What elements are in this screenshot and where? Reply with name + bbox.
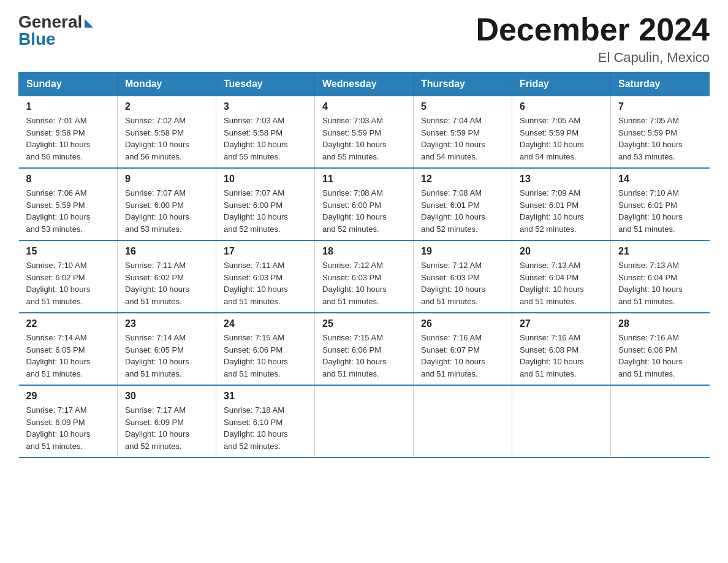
calendar-cell: 7 Sunrise: 7:05 AM Sunset: 5:59 PM Dayli…: [611, 96, 710, 169]
day-number: 27: [520, 318, 603, 329]
day-info: Sunrise: 7:13 AM Sunset: 6:04 PM Dayligh…: [618, 259, 702, 307]
day-info: Sunrise: 7:15 AM Sunset: 6:06 PM Dayligh…: [224, 332, 307, 380]
day-info: Sunrise: 7:07 AM Sunset: 6:00 PM Dayligh…: [224, 187, 307, 235]
day-info: Sunrise: 7:03 AM Sunset: 5:59 PM Dayligh…: [322, 115, 406, 163]
header-friday: Friday: [512, 72, 611, 96]
day-info: Sunrise: 7:18 AM Sunset: 6:10 PM Dayligh…: [224, 404, 307, 452]
calendar-header: SundayMondayTuesdayWednesdayThursdayFrid…: [19, 72, 710, 96]
day-number: 2: [125, 101, 208, 112]
day-number: 9: [125, 174, 208, 185]
day-number: 8: [26, 174, 110, 185]
day-number: 13: [520, 174, 603, 185]
day-number: 23: [125, 318, 208, 329]
day-info: Sunrise: 7:02 AM Sunset: 5:58 PM Dayligh…: [125, 115, 208, 163]
calendar-cell: 23 Sunrise: 7:14 AM Sunset: 6:05 PM Dayl…: [118, 313, 216, 385]
day-info: Sunrise: 7:11 AM Sunset: 6:03 PM Dayligh…: [224, 259, 307, 307]
day-number: 12: [421, 174, 504, 185]
calendar-cell: 2 Sunrise: 7:02 AM Sunset: 5:58 PM Dayli…: [118, 96, 216, 169]
calendar-cell: [414, 385, 512, 458]
week-row-5: 29 Sunrise: 7:17 AM Sunset: 6:09 PM Dayl…: [19, 385, 710, 458]
day-info: Sunrise: 7:01 AM Sunset: 5:58 PM Dayligh…: [26, 115, 110, 163]
day-info: Sunrise: 7:16 AM Sunset: 6:07 PM Dayligh…: [421, 332, 504, 380]
calendar-cell: 3 Sunrise: 7:03 AM Sunset: 5:58 PM Dayli…: [216, 96, 315, 169]
day-info: Sunrise: 7:04 AM Sunset: 5:59 PM Dayligh…: [421, 115, 504, 163]
day-number: 3: [224, 101, 307, 112]
day-info: Sunrise: 7:08 AM Sunset: 6:01 PM Dayligh…: [421, 187, 504, 235]
day-info: Sunrise: 7:05 AM Sunset: 5:59 PM Dayligh…: [520, 115, 603, 163]
calendar-cell: 8 Sunrise: 7:06 AM Sunset: 5:59 PM Dayli…: [19, 168, 118, 240]
day-info: Sunrise: 7:12 AM Sunset: 6:03 PM Dayligh…: [322, 259, 406, 307]
calendar-cell: 21 Sunrise: 7:13 AM Sunset: 6:04 PM Dayl…: [611, 240, 710, 313]
day-info: Sunrise: 7:14 AM Sunset: 6:05 PM Dayligh…: [26, 332, 110, 380]
day-number: 7: [618, 101, 702, 112]
calendar-cell: 16 Sunrise: 7:11 AM Sunset: 6:02 PM Dayl…: [118, 240, 216, 313]
calendar-body: 1 Sunrise: 7:01 AM Sunset: 5:58 PM Dayli…: [19, 96, 710, 458]
calendar-cell: 9 Sunrise: 7:07 AM Sunset: 6:00 PM Dayli…: [118, 168, 216, 240]
day-number: 20: [520, 246, 603, 257]
header-saturday: Saturday: [611, 72, 710, 96]
day-number: 24: [224, 318, 307, 329]
day-info: Sunrise: 7:16 AM Sunset: 6:08 PM Dayligh…: [618, 332, 702, 380]
calendar-cell: 26 Sunrise: 7:16 AM Sunset: 6:07 PM Dayl…: [414, 313, 512, 385]
logo-arrow-icon: [85, 19, 93, 28]
day-info: Sunrise: 7:17 AM Sunset: 6:09 PM Dayligh…: [125, 404, 208, 452]
day-info: Sunrise: 7:14 AM Sunset: 6:05 PM Dayligh…: [125, 332, 208, 380]
day-number: 10: [224, 174, 307, 185]
calendar-cell: [315, 385, 414, 458]
day-info: Sunrise: 7:08 AM Sunset: 6:00 PM Dayligh…: [322, 187, 406, 235]
day-info: Sunrise: 7:10 AM Sunset: 6:02 PM Dayligh…: [26, 259, 110, 307]
title-block: December 2024 El Capulin, Mexico: [476, 12, 710, 66]
location-subtitle: El Capulin, Mexico: [476, 50, 710, 66]
calendar-cell: 30 Sunrise: 7:17 AM Sunset: 6:09 PM Dayl…: [118, 385, 216, 458]
day-number: 4: [322, 101, 406, 112]
month-year-title: December 2024: [476, 12, 710, 47]
header-sunday: Sunday: [19, 72, 118, 96]
page-header: General Blue December 2024 El Capulin, M…: [18, 12, 710, 66]
header-wednesday: Wednesday: [315, 72, 414, 96]
day-number: 17: [224, 246, 307, 257]
day-info: Sunrise: 7:07 AM Sunset: 6:00 PM Dayligh…: [125, 187, 208, 235]
week-row-3: 15 Sunrise: 7:10 AM Sunset: 6:02 PM Dayl…: [19, 240, 710, 313]
day-info: Sunrise: 7:06 AM Sunset: 5:59 PM Dayligh…: [26, 187, 110, 235]
day-number: 1: [26, 101, 110, 112]
day-number: 11: [322, 174, 406, 185]
day-info: Sunrise: 7:15 AM Sunset: 6:06 PM Dayligh…: [322, 332, 406, 380]
day-number: 30: [125, 391, 208, 402]
calendar-cell: 31 Sunrise: 7:18 AM Sunset: 6:10 PM Dayl…: [216, 385, 315, 458]
week-row-4: 22 Sunrise: 7:14 AM Sunset: 6:05 PM Dayl…: [19, 313, 710, 385]
day-number: 21: [618, 246, 702, 257]
calendar-cell: 15 Sunrise: 7:10 AM Sunset: 6:02 PM Dayl…: [19, 240, 118, 313]
day-number: 14: [618, 174, 702, 185]
calendar-cell: 19 Sunrise: 7:12 AM Sunset: 6:03 PM Dayl…: [414, 240, 512, 313]
logo-blue-text: Blue: [18, 29, 56, 49]
logo: General Blue: [18, 12, 93, 49]
calendar-cell: 17 Sunrise: 7:11 AM Sunset: 6:03 PM Dayl…: [216, 240, 315, 313]
week-row-2: 8 Sunrise: 7:06 AM Sunset: 5:59 PM Dayli…: [19, 168, 710, 240]
calendar-cell: 18 Sunrise: 7:12 AM Sunset: 6:03 PM Dayl…: [315, 240, 414, 313]
day-number: 5: [421, 101, 504, 112]
day-number: 26: [421, 318, 504, 329]
day-info: Sunrise: 7:16 AM Sunset: 6:08 PM Dayligh…: [520, 332, 603, 380]
day-number: 31: [224, 391, 307, 402]
calendar-cell: [512, 385, 611, 458]
calendar-cell: 12 Sunrise: 7:08 AM Sunset: 6:01 PM Dayl…: [414, 168, 512, 240]
calendar-cell: 27 Sunrise: 7:16 AM Sunset: 6:08 PM Dayl…: [512, 313, 611, 385]
calendar-cell: 29 Sunrise: 7:17 AM Sunset: 6:09 PM Dayl…: [19, 385, 118, 458]
calendar-cell: 11 Sunrise: 7:08 AM Sunset: 6:00 PM Dayl…: [315, 168, 414, 240]
calendar-cell: 1 Sunrise: 7:01 AM Sunset: 5:58 PM Dayli…: [19, 96, 118, 169]
day-number: 29: [26, 391, 110, 402]
header-thursday: Thursday: [414, 72, 512, 96]
calendar-cell: 4 Sunrise: 7:03 AM Sunset: 5:59 PM Dayli…: [315, 96, 414, 169]
header-row: SundayMondayTuesdayWednesdayThursdayFrid…: [19, 72, 710, 96]
day-info: Sunrise: 7:05 AM Sunset: 5:59 PM Dayligh…: [618, 115, 702, 163]
day-info: Sunrise: 7:11 AM Sunset: 6:02 PM Dayligh…: [125, 259, 208, 307]
calendar-table: SundayMondayTuesdayWednesdayThursdayFrid…: [18, 72, 710, 458]
calendar-cell: 13 Sunrise: 7:09 AM Sunset: 6:01 PM Dayl…: [512, 168, 611, 240]
calendar-cell: 5 Sunrise: 7:04 AM Sunset: 5:59 PM Dayli…: [414, 96, 512, 169]
week-row-1: 1 Sunrise: 7:01 AM Sunset: 5:58 PM Dayli…: [19, 96, 710, 169]
day-info: Sunrise: 7:17 AM Sunset: 6:09 PM Dayligh…: [26, 404, 110, 452]
header-monday: Monday: [118, 72, 216, 96]
calendar-cell: [611, 385, 710, 458]
day-number: 22: [26, 318, 110, 329]
calendar-cell: 10 Sunrise: 7:07 AM Sunset: 6:00 PM Dayl…: [216, 168, 315, 240]
